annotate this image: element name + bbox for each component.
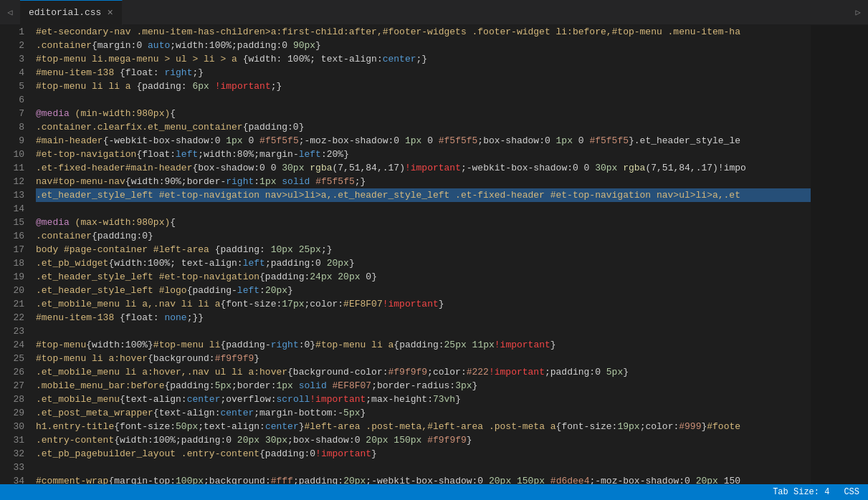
line-number: 23	[11, 324, 24, 338]
code-line: .entry-content{width:100%;padding:0 20px…	[36, 433, 811, 447]
code-line: .et_header_style_left #et-top-navigation…	[36, 270, 811, 284]
line-number: 12	[11, 175, 24, 188]
line-number: 18	[11, 256, 24, 270]
code-line: #top-menu li li a {padding: 6px !importa…	[36, 80, 811, 93]
code-line: .et_mobile_menu{text-align:center;overfl…	[36, 393, 811, 406]
code-line: nav#top-menu-nav{width:90%;border-right:…	[36, 175, 811, 188]
code-line: .et_pb_pagebuilder_layout .entry-content…	[36, 447, 811, 461]
line-number: 22	[11, 311, 24, 324]
code-line: .container{margin:0 auto;width:100%;padd…	[36, 39, 811, 52]
code-line	[36, 202, 811, 216]
line-number: 32	[11, 447, 24, 461]
code-line: .container.clearfix.et_menu_container{pa…	[36, 120, 811, 134]
line-number: 16	[11, 229, 24, 243]
code-line: .et_mobile_menu li a:hover,.nav ul li a:…	[36, 365, 811, 379]
code-line: #et-secondary-nav .menu-item-has-childre…	[36, 25, 811, 39]
line-number: 11	[11, 161, 24, 175]
line-number: 17	[11, 243, 24, 256]
code-line: @media (min-width:980px){	[36, 107, 811, 120]
code-line: #top-menu li a:hover{background:#f9f9f9}	[36, 352, 811, 365]
line-number: 15	[11, 216, 24, 229]
code-line: #main-header{-webkit-box-shadow:0 1px 0 …	[36, 134, 811, 148]
tab-close-button[interactable]: ×	[107, 8, 113, 18]
language-indicator[interactable]: CSS	[844, 487, 859, 497]
code-line: .et_mobile_menu li a,.nav li li a{font-s…	[36, 297, 811, 311]
minimap	[811, 25, 868, 484]
line-number: 25	[11, 352, 24, 365]
line-number: 2	[11, 39, 24, 52]
line-number: 28	[11, 393, 24, 406]
line-number: 26	[11, 365, 24, 379]
code-line: #et-top-navigation{float:left;width:80%;…	[36, 148, 811, 161]
line-number: 7	[11, 107, 24, 120]
line-number: 29	[11, 406, 24, 420]
line-number: 5	[11, 80, 24, 93]
line-number: 34	[11, 474, 24, 484]
code-line: #top-menu li.mega-menu > ul > li > a {wi…	[36, 52, 811, 66]
code-line: .et_header_style_left #logo{padding-left…	[36, 284, 811, 297]
line-number: 10	[11, 148, 24, 161]
code-line: .et_post_meta_wrapper{text-align:center;…	[36, 406, 811, 420]
code-line: @media (max-width:980px){	[36, 216, 811, 229]
line-number: 30	[11, 420, 24, 433]
editor-main[interactable]: #et-secondary-nav .menu-item-has-childre…	[30, 25, 868, 484]
code-line: .et_header_style_left #et-top-navigation…	[36, 188, 811, 202]
line-number: 33	[11, 461, 24, 474]
code-line: #top-menu{width:100%}#top-menu li{paddin…	[36, 338, 811, 352]
status-bar: Tab Size: 4 CSS	[0, 484, 868, 500]
code-line: .et_pb_widget{width:100%; text-align:lef…	[36, 256, 811, 270]
code-line: .mobile_menu_bar:before{padding:5px;bord…	[36, 379, 811, 393]
tab-filename: editorial.css	[29, 7, 101, 18]
line-number: 8	[11, 120, 24, 134]
arrow-right-icon: ▷	[855, 7, 860, 18]
code-line	[36, 461, 811, 474]
line-number: 1	[11, 25, 24, 39]
line-number: 3	[11, 52, 24, 66]
tab-bar: ◁ editorial.css × ▷	[0, 0, 868, 25]
line-number: 19	[11, 270, 24, 284]
code-line: #comment-wrap{margin-top:100px;backgroun…	[36, 474, 811, 484]
code-line	[36, 93, 811, 107]
line-number: 24	[11, 338, 24, 352]
line-number: 6	[11, 93, 24, 107]
line-number: 9	[11, 134, 24, 148]
code-line: #menu-item-138 {float: right;}	[36, 66, 811, 80]
code-line: h1.entry-title{font-size:50px;text-align…	[36, 420, 811, 433]
tab-scroll-right: ▷	[848, 0, 868, 25]
line-number: 13	[11, 188, 24, 202]
active-tab[interactable]: editorial.css ×	[20, 0, 123, 25]
line-number: 27	[11, 379, 24, 393]
tab-scroll-left[interactable]: ◁	[0, 0, 20, 25]
line-number: 20	[11, 284, 24, 297]
arrow-left-icon: ◁	[7, 7, 12, 18]
line-number: 31	[11, 433, 24, 447]
code-line: #menu-item-138 {float: none;}}	[36, 311, 811, 324]
editor-area: 1234567891011121314151617181920212223242…	[0, 25, 868, 484]
line-number: 4	[11, 66, 24, 80]
code-line: .container{padding:0}	[36, 229, 811, 243]
code-line: body #page-container #left-area {padding…	[36, 243, 811, 256]
tab-size-indicator[interactable]: Tab Size: 4	[773, 487, 829, 497]
line-numbers: 1234567891011121314151617181920212223242…	[0, 25, 30, 484]
code-line	[36, 324, 811, 338]
code-content[interactable]: #et-secondary-nav .menu-item-has-childre…	[30, 25, 811, 484]
code-line: .et-fixed-header#main-header{box-shadow:…	[36, 161, 811, 175]
line-number: 21	[11, 297, 24, 311]
line-number: 14	[11, 202, 24, 216]
